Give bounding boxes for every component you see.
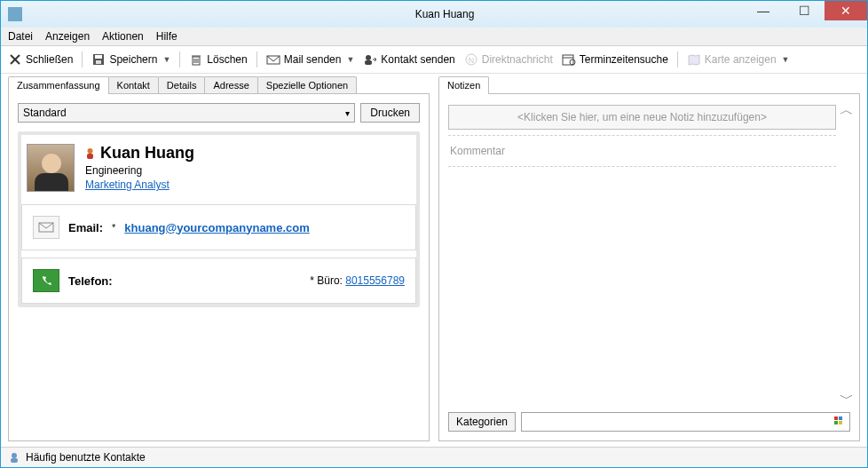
mail-label: Mail senden bbox=[284, 53, 342, 66]
categories-button[interactable]: Kategorien bbox=[448, 412, 516, 432]
menubar: Datei Anzeigen Aktionen Hilfe bbox=[1, 28, 867, 46]
menu-aktionen[interactable]: Aktionen bbox=[102, 30, 144, 43]
phone-number-link[interactable]: 8015556789 bbox=[345, 274, 405, 287]
workspace: Zusammenfassung Kontakt Details Adresse … bbox=[1, 74, 867, 447]
maximize-button[interactable]: ☐ bbox=[784, 1, 825, 20]
categories-picker-icon[interactable] bbox=[833, 416, 846, 428]
email-label: Email: bbox=[68, 221, 103, 234]
tab-zusammenfassung[interactable]: Zusammenfassung bbox=[8, 76, 109, 94]
toolbar-separator bbox=[179, 52, 180, 67]
view-select[interactable]: Standard ▾ bbox=[18, 103, 355, 123]
right-pane: Notizen <Klicken Sie hier, um eine neue … bbox=[438, 74, 860, 441]
tab-kontakt[interactable]: Kontakt bbox=[108, 76, 159, 93]
timesearch-button[interactable]: Terminzeitensuche bbox=[562, 52, 668, 67]
contact-dept: Engineering bbox=[85, 164, 194, 177]
statusbar-text[interactable]: Häufig benutzte Kontakte bbox=[26, 451, 146, 464]
contact-send-icon bbox=[363, 52, 377, 67]
trash-icon bbox=[189, 52, 203, 67]
email-icon bbox=[33, 216, 59, 239]
show-map-button: Karte anzeigen ▼ bbox=[687, 52, 790, 67]
phone-type: * Büro: bbox=[310, 274, 343, 287]
minimize-button[interactable]: — bbox=[743, 1, 784, 20]
calendar-search-icon bbox=[562, 52, 576, 67]
map-icon bbox=[687, 52, 701, 67]
svg-point-11 bbox=[366, 55, 371, 60]
mail-icon bbox=[266, 52, 280, 67]
view-select-value: Standard bbox=[23, 107, 67, 119]
chevron-down-icon[interactable]: ▼ bbox=[162, 55, 170, 64]
direct-message-button: N Direktnachricht bbox=[464, 52, 553, 67]
left-tabstrip: Zusammenfassung Kontakt Details Adresse … bbox=[8, 74, 430, 93]
tab-notizen[interactable]: Notizen bbox=[438, 76, 489, 94]
identity-card: Kuan Huang Engineering Marketing Analyst bbox=[21, 135, 416, 204]
svg-rect-23 bbox=[839, 416, 842, 420]
delete-label: Löschen bbox=[207, 53, 247, 66]
menu-datei[interactable]: Datei bbox=[8, 30, 33, 43]
mail-button[interactable]: Mail senden ▼ bbox=[266, 52, 355, 67]
comment-label: Kommentar bbox=[446, 138, 838, 164]
timesearch-label: Terminzeitensuche bbox=[580, 53, 668, 66]
dm-label: Direktnachricht bbox=[482, 53, 553, 66]
contact-send-button[interactable]: Kontakt senden bbox=[363, 52, 454, 67]
tab-adresse[interactable]: Adresse bbox=[204, 76, 257, 93]
svg-point-19 bbox=[88, 148, 93, 154]
show-map-label: Karte anzeigen bbox=[705, 53, 777, 66]
chevron-down-icon[interactable]: ▼ bbox=[346, 55, 354, 64]
close-button[interactable]: Schließen bbox=[8, 52, 73, 67]
email-star: * bbox=[112, 222, 115, 233]
close-icon bbox=[8, 52, 22, 67]
statusbar: Häufig benutzte Kontakte bbox=[1, 447, 867, 467]
close-window-button[interactable]: ✕ bbox=[825, 1, 867, 20]
svg-text:N: N bbox=[469, 56, 475, 65]
divider bbox=[448, 166, 836, 167]
left-pane: Zusammenfassung Kontakt Details Adresse … bbox=[8, 74, 430, 441]
phone-icon bbox=[33, 269, 59, 292]
add-note-input[interactable]: <Klicken Sie hier, um eine neue Notiz hi… bbox=[448, 105, 836, 130]
categories-field[interactable] bbox=[521, 412, 850, 432]
window-title: Kuan Huang bbox=[22, 8, 867, 20]
scroll-up-icon[interactable]: ︿ bbox=[840, 101, 854, 120]
save-label: Speichern bbox=[109, 53, 157, 66]
contacts-icon bbox=[8, 451, 20, 464]
summary-container: Kuan Huang Engineering Marketing Analyst… bbox=[18, 131, 420, 307]
contact-role-link[interactable]: Marketing Analyst bbox=[85, 178, 170, 191]
print-button[interactable]: Drucken bbox=[360, 103, 420, 123]
titlebar: Kuan Huang — ☐ ✕ bbox=[1, 1, 867, 28]
close-label: Schließen bbox=[26, 53, 73, 66]
svg-rect-3 bbox=[95, 55, 102, 59]
divider bbox=[448, 135, 836, 136]
save-button[interactable]: Speichern ▼ bbox=[91, 52, 170, 67]
avatar bbox=[27, 144, 75, 192]
phone-card: Telefon: * Büro: 8015556789 bbox=[21, 258, 416, 304]
save-icon bbox=[91, 52, 106, 67]
person-icon bbox=[85, 147, 95, 160]
chevron-down-icon: ▼ bbox=[782, 55, 790, 64]
svg-rect-12 bbox=[365, 60, 372, 65]
svg-rect-22 bbox=[834, 416, 838, 420]
svg-rect-27 bbox=[11, 458, 18, 463]
svg-rect-24 bbox=[834, 421, 838, 424]
right-pane-body: <Klicken Sie hier, um eine neue Notiz hi… bbox=[438, 93, 860, 441]
dm-icon: N bbox=[464, 52, 478, 67]
delete-button[interactable]: Löschen bbox=[189, 52, 247, 67]
svg-marker-18 bbox=[689, 55, 699, 65]
left-pane-body: Standard ▾ Drucken Kuan Huang Engineerin… bbox=[8, 93, 430, 441]
right-tabstrip: Notizen bbox=[438, 74, 860, 93]
menu-anzeigen[interactable]: Anzeigen bbox=[45, 30, 90, 43]
toolbar-separator bbox=[677, 52, 678, 67]
email-link[interactable]: khuang@yourcompanyname.com bbox=[124, 221, 309, 234]
toolbar-separator bbox=[82, 52, 83, 67]
tab-details[interactable]: Details bbox=[158, 76, 206, 93]
phone-label: Telefon: bbox=[68, 274, 113, 288]
menu-hilfe[interactable]: Hilfe bbox=[156, 30, 178, 43]
contact-name: Kuan Huang bbox=[100, 144, 194, 163]
toolbar-separator bbox=[256, 52, 257, 67]
tab-spezielle-optionen[interactable]: Spezielle Optionen bbox=[257, 76, 357, 93]
scroll-down-icon[interactable]: ﹀ bbox=[840, 390, 854, 409]
svg-point-26 bbox=[12, 453, 17, 458]
app-icon bbox=[8, 7, 22, 21]
svg-rect-20 bbox=[87, 154, 93, 159]
svg-rect-4 bbox=[96, 60, 101, 64]
toolbar: Schließen Speichern ▼ Löschen Mail sende… bbox=[1, 46, 867, 74]
chevron-down-icon: ▾ bbox=[345, 108, 350, 118]
